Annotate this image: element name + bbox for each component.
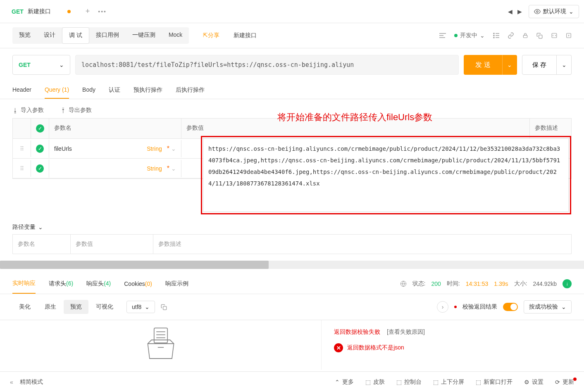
- horizontal-scrollbar[interactable]: [0, 261, 584, 269]
- tab-postexec[interactable]: 后执行操作: [176, 81, 205, 99]
- method-text: GET: [19, 62, 31, 68]
- lock-icon[interactable]: [522, 32, 528, 39]
- link-icon[interactable]: [508, 32, 514, 39]
- response-preview: [0, 320, 321, 370]
- copy-response-icon[interactable]: [161, 304, 167, 310]
- tab-reqhead[interactable]: 请求头(6): [49, 274, 73, 293]
- share-icon: ⇱: [203, 32, 208, 38]
- add-tab-button[interactable]: +: [86, 7, 90, 16]
- newwin-button[interactable]: ⬚新窗口打开: [476, 378, 512, 386]
- tab-query[interactable]: Query (1): [45, 81, 69, 99]
- console-button[interactable]: ⬚控制台: [396, 378, 422, 386]
- split-button[interactable]: ⬚上下分屏: [433, 378, 464, 386]
- code-icon[interactable]: [551, 33, 558, 38]
- view-raw[interactable]: 原生: [38, 300, 63, 314]
- status-label: 状态:: [412, 280, 426, 287]
- chevron-down-icon: ⌄: [171, 145, 176, 152]
- more-button[interactable]: ⌃更多: [335, 378, 354, 386]
- tab-resphead[interactable]: 响应头(4): [86, 274, 111, 293]
- status-dot-icon: [454, 34, 458, 37]
- validate-by-success-button[interactable]: 按成功校验 ⌄: [524, 300, 572, 314]
- nav-prev-icon[interactable]: ◀: [508, 8, 512, 15]
- chevron-down-icon: ⌄: [38, 224, 43, 230]
- svg-point-0: [536, 11, 538, 12]
- view-preview[interactable]: 预览: [64, 300, 88, 314]
- environment-select[interactable]: 默认环境 ⌄: [529, 5, 579, 18]
- tab-mock[interactable]: Mock: [162, 27, 189, 44]
- tab-more-button[interactable]: •••: [98, 8, 107, 15]
- share-button[interactable]: ⇱分享: [196, 28, 226, 43]
- settings-button[interactable]: ⚙设置: [524, 378, 543, 386]
- param-value-textarea[interactable]: [203, 138, 569, 212]
- drag-handle-icon[interactable]: ⠿: [13, 160, 31, 177]
- view-beautify[interactable]: 美化: [12, 300, 37, 314]
- tab-preexec[interactable]: 预执行操作: [133, 81, 162, 99]
- tab-example[interactable]: 响应示例: [165, 274, 188, 293]
- validate-toggle[interactable]: [503, 303, 518, 311]
- nav-arrows: ◀ ▶: [508, 8, 522, 15]
- validation-panel: 返回数据校验失败 [查看失败原因] ✕ 返回数据格式不是json: [321, 320, 584, 370]
- format-icon[interactable]: [439, 33, 446, 38]
- status-code: 200: [431, 280, 441, 287]
- method-select[interactable]: GET ⌄: [12, 55, 70, 75]
- encoding-select[interactable]: utf8 ⌄: [126, 301, 155, 313]
- send-dropdown[interactable]: ⌄: [502, 55, 517, 75]
- svg-point-8: [493, 37, 494, 38]
- duration-value: 1.39s: [494, 280, 508, 287]
- save-button[interactable]: 保 存: [522, 55, 557, 75]
- update-button[interactable]: ⟳更新: [555, 378, 574, 386]
- tab-cookies[interactable]: Cookies(0): [124, 275, 152, 293]
- view-visual[interactable]: 可视化: [89, 300, 120, 314]
- param-name-cell[interactable]: String*⌄: [49, 160, 181, 177]
- mode-label[interactable]: 精简模式: [20, 378, 43, 386]
- nav-next-icon[interactable]: ▶: [517, 8, 522, 15]
- chevron-down-icon: ⌄: [171, 165, 176, 172]
- svg-rect-18: [154, 328, 167, 343]
- send-button[interactable]: 发 送: [464, 55, 502, 75]
- check-icon[interactable]: ✓: [36, 145, 44, 153]
- bolt-icon[interactable]: [566, 32, 572, 39]
- expand-button[interactable]: ›: [437, 301, 448, 313]
- copy-icon[interactable]: [536, 33, 543, 39]
- file-box-icon: [142, 325, 179, 362]
- chevron-down-icon: ⌄: [562, 62, 567, 68]
- col-param-desc: 参数描述: [530, 119, 571, 138]
- bottom-bar: « 精简模式 ⌃更多 ⬚皮肤 ⬚控制台 ⬚上下分屏 ⬚新窗口打开 ⚙设置 ⟳更新: [0, 371, 584, 392]
- tab-item[interactable]: GET 新建接口: [5, 0, 77, 23]
- export-params-button[interactable]: ⭱ 导出参数: [60, 107, 92, 114]
- svg-marker-14: [568, 34, 570, 37]
- response-body: 返回数据校验失败 [查看失败原因] ✕ 返回数据格式不是json: [0, 320, 584, 370]
- tab-cases[interactable]: 接口用例: [89, 27, 126, 44]
- view-fail-reason-link[interactable]: [查看失败原因]: [387, 328, 425, 335]
- path-vars-toggle[interactable]: 路径变量 ⌄: [0, 216, 584, 234]
- collapse-icon[interactable]: «: [10, 379, 13, 385]
- scrollbar-thumb[interactable]: [0, 261, 269, 269]
- tab-body[interactable]: Body: [82, 81, 95, 99]
- new-api-button[interactable]: 新建接口: [227, 28, 263, 43]
- drag-handle-icon[interactable]: ⠿: [13, 140, 31, 157]
- tab-realtime[interactable]: 实时响应: [12, 274, 36, 294]
- skin-button[interactable]: ⬚皮肤: [365, 378, 385, 386]
- tab-debug[interactable]: 调 试: [62, 27, 89, 44]
- svg-point-6: [493, 35, 494, 36]
- tab-preview[interactable]: 预览: [12, 27, 37, 44]
- check-icon[interactable]: ✓: [36, 164, 44, 173]
- tab-design[interactable]: 设计: [37, 27, 62, 44]
- param-name-cell[interactable]: fileUrls String*⌄: [49, 140, 181, 157]
- path-col-value: 参数值: [71, 235, 153, 254]
- list-icon[interactable]: [493, 33, 499, 38]
- param-tabs: Header Query (1) Body 认证 预执行操作 后执行操作: [0, 81, 584, 99]
- save-dropdown[interactable]: ⌄: [557, 55, 572, 75]
- response-tabs: 实时响应 请求头(6) 响应头(4) Cookies(0) 响应示例 状态: 2…: [0, 274, 584, 294]
- check-all-icon[interactable]: ✓: [36, 124, 44, 133]
- url-input[interactable]: [75, 55, 459, 75]
- tab-stress[interactable]: 一键压测: [126, 27, 162, 44]
- tab-name: 新建接口: [28, 8, 51, 15]
- tab-auth[interactable]: 认证: [109, 81, 120, 99]
- dev-status[interactable]: 开发中 ⌄: [454, 32, 485, 39]
- tab-header[interactable]: Header: [12, 81, 31, 99]
- import-params-button[interactable]: ⭳ 导入参数: [12, 107, 44, 114]
- top-tab-bar: GET 新建接口 + ••• ◀ ▶ 默认环境 ⌄: [0, 0, 584, 23]
- download-icon[interactable]: ↓: [563, 279, 572, 288]
- path-col-name: 参数名: [13, 235, 71, 254]
